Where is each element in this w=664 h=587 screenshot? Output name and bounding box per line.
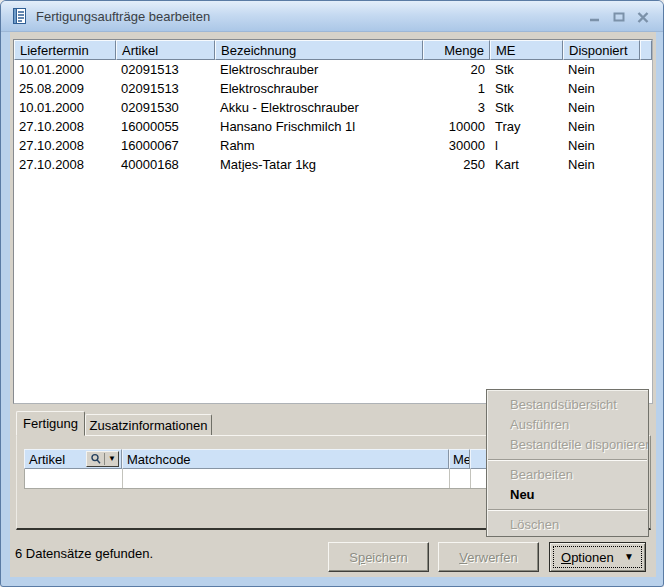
table-cell: 20 [423,60,490,79]
grid-column-matchcode[interactable]: Matchcode [122,449,449,469]
column-header-artikel[interactable]: Artikel [116,40,215,60]
column-header-disponiert[interactable]: Disponiert [563,40,640,60]
column-header-bezeichnung[interactable]: Bezeichnung [215,40,423,60]
grid-column-artikel-label: Artikel [29,452,65,467]
discard-button-label: Verwerfen [459,550,518,565]
titlebar[interactable]: Fertigungsaufträge bearbeiten [1,1,664,32]
options-button[interactable]: Optionen ▼ [549,542,646,572]
orders-list: LieferterminArtikelBezeichnungMengeMEDis… [13,39,653,404]
menu-item-bestandteile-disponieren: Bestandteile disponieren [487,435,648,455]
table-cell: Nein [563,79,640,98]
close-icon [636,10,650,24]
lookup-button-divider [104,453,105,465]
table-cell: Elektroschrauber [215,79,423,98]
table-cell: 16000067 [116,136,215,155]
save-button[interactable]: Speichern [328,542,429,572]
table-cell: 02091513 [116,79,215,98]
menu-item-löschen: Löschen [487,515,648,535]
grid-column-menge[interactable]: Menge [449,449,470,469]
app-icon [11,7,29,25]
table-row[interactable]: 27.10.200840000168Matjes-Tatar 1kg250Kar… [14,155,652,174]
table-cell: Nein [563,60,640,79]
table-row[interactable]: 10.01.200002091513Elektroschrauber20StkN… [14,60,652,79]
table-cell: 10.01.2000 [14,60,116,79]
lookup-dropdown-icon: ▼ [106,452,118,466]
table-cell: 16000055 [116,117,215,136]
minimize-icon [588,10,602,24]
minimize-button[interactable] [586,8,603,25]
list-header: LieferterminArtikelBezeichnungMengeMEDis… [14,40,652,60]
table-row[interactable]: 10.01.200002091530Akku - Elektroschraube… [14,98,652,117]
table-cell: Elektroschrauber [215,60,423,79]
tab-zusatzinformationen[interactable]: Zusatzinformationen [85,414,212,436]
column-header-filler [640,40,652,60]
grid-cell-matchcode[interactable] [123,469,450,488]
grid-cell-menge[interactable] [450,469,471,488]
column-header-menge[interactable]: Menge [423,40,490,60]
table-cell: Nein [563,98,640,117]
maximize-icon [612,10,626,24]
table-cell: 27.10.2008 [14,155,116,174]
column-header-me[interactable]: ME [490,40,563,60]
status-text: 6 Datensätze gefunden. [15,546,153,561]
table-cell: Rahm [215,136,423,155]
table-cell: Matjes-Tatar 1kg [215,155,423,174]
table-cell: Tray [490,117,563,136]
table-cell: 30000 [423,136,490,155]
table-cell: Stk [490,60,563,79]
table-cell: 1 [423,79,490,98]
table-row[interactable]: 27.10.200816000055Hansano Frischmilch 1l… [14,117,652,136]
table-cell: Akku - Elektroschrauber [215,98,423,117]
table-cell: 250 [423,155,490,174]
menu-separator [488,509,647,511]
tab-fertigung[interactable]: Fertigung [16,411,85,436]
close-button[interactable] [634,8,651,25]
discard-button[interactable]: Verwerfen [438,542,539,572]
menu-item-bestandsübersicht: Bestandsübersicht [487,395,648,415]
options-button-label: Optionen [561,550,614,565]
table-cell: Kart [490,155,563,174]
table-cell: Stk [490,79,563,98]
table-cell: Nein [563,117,640,136]
table-cell: 3 [423,98,490,117]
menu-item-neu[interactable]: Neu [487,485,648,505]
grid-cell-artikel[interactable] [25,469,123,488]
options-button-focus-rectangle: Optionen ▼ [553,546,642,568]
table-cell: 02091513 [116,60,215,79]
table-cell: Stk [490,98,563,117]
table-cell: l [490,136,563,155]
grid-column-artikel[interactable]: Artikel ▼ [24,449,122,469]
app-window: Fertigungsaufträge bearbeiten Lieferterm… [0,0,664,587]
artikel-lookup-button[interactable]: ▼ [86,451,119,467]
table-row[interactable]: 27.10.200816000067Rahm30000lNein [14,136,652,155]
menu-item-ausführen: Ausführen [487,415,648,435]
window-title: Fertigungsaufträge bearbeiten [36,9,210,24]
table-cell: Nein [563,155,640,174]
menu-item-bearbeiten: Bearbeiten [487,465,648,485]
save-button-label: Speichern [349,550,408,565]
table-cell: 27.10.2008 [14,117,116,136]
table-cell: 10000 [423,117,490,136]
table-cell: 02091530 [116,98,215,117]
table-cell: 25.08.2009 [14,79,116,98]
menu-separator [488,459,647,461]
table-cell: Hansano Frischmilch 1l [215,117,423,136]
table-cell: 10.01.2000 [14,98,116,117]
options-menu: BestandsübersichtAusführenBestandteile d… [486,389,649,537]
column-header-liefertermin[interactable]: Liefertermin [14,40,116,60]
table-cell: 27.10.2008 [14,136,116,155]
table-row[interactable]: 25.08.200902091513Elektroschrauber1StkNe… [14,79,652,98]
window-controls [586,8,651,25]
maximize-button[interactable] [610,8,627,25]
table-cell: Nein [563,136,640,155]
search-icon [87,453,104,465]
dropdown-arrow-icon: ▼ [624,552,634,562]
list-body: 10.01.200002091513Elektroschrauber20StkN… [14,60,652,174]
table-cell: 40000168 [116,155,215,174]
